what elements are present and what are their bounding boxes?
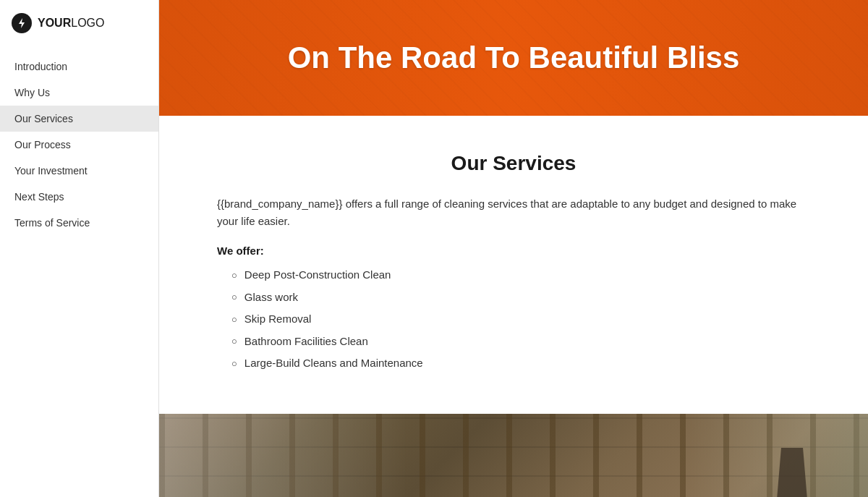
sidebar-item-introduction[interactable]: Introduction [0, 54, 158, 80]
sidebar-item-why-us[interactable]: Why Us [0, 80, 158, 106]
services-section: Our Services {{brand_company_name}} offe… [159, 116, 868, 414]
service-item-1: Glass work [231, 289, 810, 306]
main-content: On The Road To Beautiful Bliss Our Servi… [159, 0, 868, 497]
we-offer-label: We offer: [217, 245, 810, 257]
sidebar-item-our-process[interactable]: Our Process [0, 132, 158, 158]
sidebar: YOURLOGO IntroductionWhy UsOur ServicesO… [0, 0, 159, 497]
sidebar-item-our-services[interactable]: Our Services [0, 106, 158, 132]
service-item-4: Large-Build Cleans and Maintenance [231, 355, 810, 372]
sidebar-nav: IntroductionWhy UsOur ServicesOur Proces… [0, 46, 158, 236]
service-item-0: Deep Post-Construction Clean [231, 267, 810, 284]
bottom-image-left [159, 414, 407, 498]
nav-list: IntroductionWhy UsOur ServicesOur Proces… [0, 46, 158, 236]
logo-text: YOURLOGO [38, 17, 104, 30]
hero-title: On The Road To Beautiful Bliss [273, 12, 754, 104]
service-item-3: Bathroom Facilities Clean [231, 334, 810, 350]
logo-area: YOURLOGO [0, 0, 158, 46]
service-item-2: Skip Removal [231, 311, 810, 328]
logo-icon [12, 13, 32, 33]
svg-marker-0 [19, 18, 25, 28]
sidebar-item-terms-of-service[interactable]: Terms of Service [0, 210, 158, 236]
services-heading: Our Services [217, 152, 810, 175]
bottom-image [159, 414, 868, 498]
sidebar-item-your-investment[interactable]: Your Investment [0, 158, 158, 184]
services-list: Deep Post-Construction CleanGlass workSk… [217, 267, 810, 372]
hero-banner: On The Road To Beautiful Bliss [159, 0, 868, 116]
services-description: {{brand_company_name}} offers a full ran… [217, 195, 810, 230]
logo-bold: YOUR [38, 17, 71, 29]
sidebar-item-next-steps[interactable]: Next Steps [0, 184, 158, 210]
